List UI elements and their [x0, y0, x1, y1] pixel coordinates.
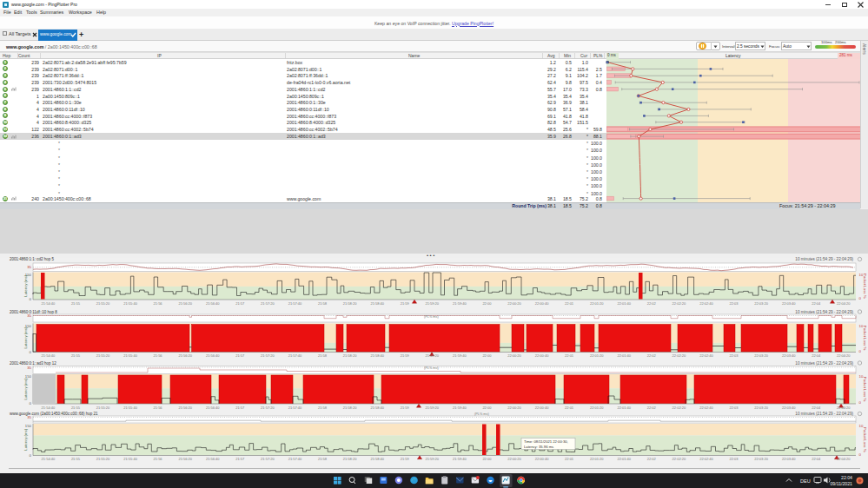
svg-text:21:59:40: 21:59:40: [453, 301, 467, 306]
svg-text:21:58:40: 21:58:40: [370, 406, 384, 410]
svg-text:22:02: 22:02: [647, 406, 657, 410]
svg-text:21:57:20: 21:57:20: [261, 353, 275, 358]
svg-text:21:58:20: 21:58:20: [343, 457, 357, 461]
svg-text:22:01:20: 22:01:20: [590, 353, 604, 358]
svg-text:22:04: 22:04: [812, 353, 821, 358]
svg-text:21:59:40: 21:59:40: [453, 406, 467, 410]
svg-text:21:55:40: 21:55:40: [123, 353, 137, 358]
svg-text:21:59:40: 21:59:40: [453, 353, 467, 358]
svg-text:21:58:20: 21:58:20: [343, 406, 357, 410]
svg-text:21:55: 21:55: [71, 406, 81, 410]
svg-text:21:55: 21:55: [71, 457, 81, 461]
svg-text:0: 0: [30, 453, 32, 458]
svg-text:21:55:20: 21:55:20: [96, 353, 110, 358]
svg-text:21:56:40: 21:56:40: [206, 301, 220, 306]
svg-text:22:02:20: 22:02:20: [673, 353, 686, 358]
svg-text:35: 35: [27, 366, 31, 370]
svg-text:22:00:40: 22:00:40: [535, 353, 549, 358]
svg-text:0: 0: [859, 400, 862, 405]
svg-text:22:00:20: 22:00:20: [507, 353, 521, 358]
svg-text:21:54:40: 21:54:40: [42, 353, 56, 358]
svg-text:2001:4860:0:11df::10 hop 8: 2001:4860:0:11df::10 hop 8: [10, 310, 57, 314]
svg-text:21:58: 21:58: [318, 406, 328, 410]
svg-text:22:04:20: 22:04:20: [837, 406, 851, 410]
svg-text:21:56:40: 21:56:40: [206, 406, 220, 410]
svg-text:22:02: 22:02: [647, 457, 657, 461]
svg-text:21:59: 21:59: [401, 457, 410, 461]
svg-text:22:04:20: 22:04:20: [837, 301, 851, 306]
svg-text:22:00:40: 22:00:40: [535, 301, 549, 306]
svg-text:0: 0: [30, 401, 32, 406]
svg-text:21:56:20: 21:56:20: [178, 457, 192, 461]
svg-text:35: 35: [27, 415, 31, 419]
svg-text:21:57:40: 21:57:40: [288, 406, 302, 410]
svg-text:22:03:40: 22:03:40: [782, 457, 796, 461]
svg-text:21:59:40: 21:59:40: [453, 457, 467, 461]
svg-text:Latency: 35.96 ms: Latency: 35.96 ms: [524, 445, 553, 449]
svg-text:21:56:40: 21:56:40: [206, 457, 220, 461]
svg-text:21:59: 21:59: [401, 301, 410, 306]
svg-text:21:58: 21:58: [318, 457, 328, 461]
svg-text:21:57: 21:57: [235, 406, 245, 410]
svg-text:(PL% ms): (PL% ms): [474, 412, 489, 416]
svg-text:22:01:20: 22:01:20: [590, 301, 604, 306]
svg-text:22:00:20: 22:00:20: [507, 406, 521, 410]
svg-text:21:57: 21:57: [235, 457, 245, 461]
svg-text:22:03: 22:03: [729, 353, 739, 358]
svg-text:22:02:20: 22:02:20: [673, 406, 686, 410]
svg-text:22:04: 22:04: [812, 301, 821, 306]
svg-text:21:58: 21:58: [318, 301, 328, 306]
svg-text:Latency (ms): Latency (ms): [23, 428, 28, 450]
svg-text:(PL% ms): (PL% ms): [424, 315, 439, 319]
svg-text:21:55: 21:55: [71, 301, 81, 306]
svg-text:21:56:20: 21:56:20: [178, 406, 192, 410]
svg-text:21:59:20: 21:59:20: [426, 301, 440, 306]
svg-text:21:54:40: 21:54:40: [42, 457, 56, 461]
svg-text:10 minutes (21:54:29 - 22:04:2: 10 minutes (21:54:29 - 22:04:29): [795, 310, 853, 314]
svg-text:22:00:20: 22:00:20: [507, 457, 521, 461]
svg-text:35: 35: [27, 313, 31, 318]
svg-text:22:02:40: 22:02:40: [699, 353, 713, 358]
svg-text:21:58:20: 21:58:20: [343, 353, 357, 358]
svg-text:21:58:40: 21:58:40: [370, 353, 384, 358]
svg-text:10 minutes (21:54:29 - 22:04:2: 10 minutes (21:54:29 - 22:04:29): [795, 361, 853, 366]
svg-text:21:59:20: 21:59:20: [426, 457, 440, 461]
svg-text:10 minutes (21:54:29 - 22:04:2: 10 minutes (21:54:29 - 22:04:29): [795, 412, 853, 416]
svg-text:22:01:40: 22:01:40: [618, 353, 632, 358]
svg-text:22:02: 22:02: [647, 301, 657, 306]
svg-text:21:58:40: 21:58:40: [370, 301, 384, 306]
svg-text:22:02:40: 22:02:40: [699, 457, 713, 461]
svg-text:Time: 08/11/2021 22:00:30,: Time: 08/11/2021 22:00:30,: [524, 439, 568, 444]
svg-text:0: 0: [859, 296, 862, 300]
svg-text:21:57:20: 21:57:20: [261, 406, 275, 410]
svg-text:Packet Loss %: Packet Loss %: [863, 274, 867, 299]
svg-text:22:01: 22:01: [565, 353, 574, 358]
svg-text:Packet Loss %: Packet Loss %: [863, 427, 867, 452]
svg-text:21:55: 21:55: [71, 353, 81, 358]
svg-text:22:01:40: 22:01:40: [618, 457, 632, 461]
svg-text:22:03:20: 22:03:20: [754, 406, 768, 410]
svg-text:Packet Loss %: Packet Loss %: [863, 377, 867, 402]
svg-text:22:03:20: 22:03:20: [754, 301, 768, 306]
svg-text:(PL% ms): (PL% ms): [424, 366, 439, 370]
svg-text:22:00: 22:00: [482, 301, 492, 306]
svg-text:22:00:20: 22:00:20: [507, 301, 521, 306]
svg-text:22:03: 22:03: [729, 457, 739, 461]
svg-text:21:55:40: 21:55:40: [123, 457, 137, 461]
svg-text:21:59:20: 21:59:20: [426, 353, 440, 358]
svg-text:21:56:20: 21:56:20: [178, 353, 192, 358]
svg-text:0: 0: [30, 297, 32, 301]
svg-text:www.google.com (2a00:1450:400c: www.google.com (2a00:1450:400c:c00::68) …: [10, 412, 98, 416]
svg-text:22:03:20: 22:03:20: [754, 353, 768, 358]
svg-text:21:57:20: 21:57:20: [261, 457, 275, 461]
svg-text:21:58:40: 21:58:40: [370, 457, 384, 461]
svg-text:21:56: 21:56: [154, 353, 163, 358]
svg-text:21:54:40: 21:54:40: [42, 301, 56, 306]
svg-text:Packet Loss %: Packet Loss %: [863, 326, 867, 351]
svg-text:22:01:40: 22:01:40: [618, 406, 632, 410]
svg-text:21:59:20: 21:59:20: [426, 406, 440, 410]
svg-text:22:03:20: 22:03:20: [754, 457, 768, 461]
svg-text:150: 150: [25, 374, 32, 379]
svg-text:22:02:20: 22:02:20: [673, 457, 686, 461]
svg-text:22:04: 22:04: [812, 406, 821, 410]
